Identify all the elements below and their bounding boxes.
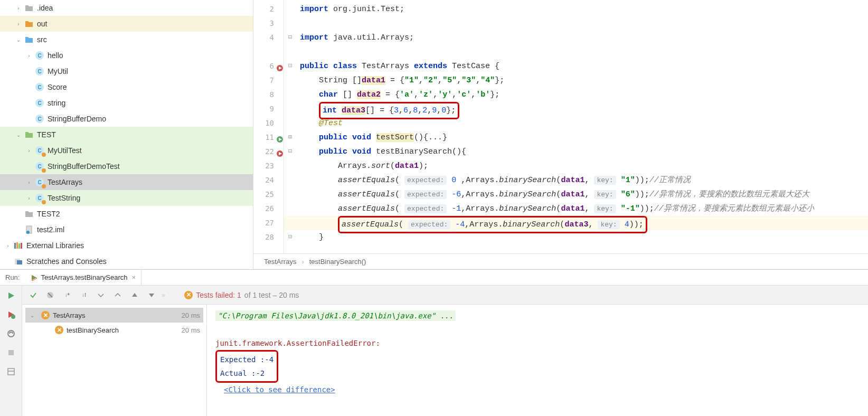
fold-icon[interactable]: ⊞	[288, 130, 292, 145]
code-line[interactable]: assertEquals( expected: -1,Arrays.binary…	[284, 202, 868, 216]
collapse-all-button[interactable]	[111, 288, 125, 302]
gutter-line[interactable]: 9	[253, 102, 284, 116]
tree-item-teststring[interactable]: ›CTestString	[0, 190, 253, 206]
chevron-right-icon[interactable]: ›	[25, 147, 33, 154]
fold-icon[interactable]: ⊟	[288, 230, 292, 244]
chevron-right-icon[interactable]: ›	[25, 52, 33, 59]
sort-duration-button[interactable]: ↓⁝	[77, 288, 91, 302]
tree-item-label: External Libraries	[26, 241, 84, 250]
chevron-down-icon[interactable]: ⌄	[29, 311, 36, 319]
rerun-button[interactable]	[5, 290, 17, 301]
toggle-auto-button[interactable]	[5, 328, 17, 339]
test-fail-icon: ✕	[55, 326, 63, 334]
gutter-line[interactable]	[253, 45, 284, 59]
run-fail-icon[interactable]	[276, 62, 284, 70]
tree-item-hello[interactable]: ›Chello	[0, 48, 253, 63]
chevron-right-icon[interactable]: ›	[15, 20, 22, 27]
fold-icon[interactable]: ⊟	[288, 31, 292, 45]
show-ignored-button[interactable]	[43, 288, 57, 302]
chevron-right-icon[interactable]: ›	[4, 242, 12, 249]
tree-item-test2[interactable]: TEST2	[0, 206, 253, 222]
code-line[interactable]: assertEquals( expected: -4,Arrays.binary…	[284, 216, 868, 230]
gutter-line[interactable]: 11	[253, 130, 284, 145]
code-line[interactable]	[284, 45, 868, 59]
code-line[interactable]: ⊞ public void testSort(){...}	[284, 130, 868, 145]
chevron-down-icon[interactable]: ⌄	[15, 36, 22, 43]
tree-item-scratches-and-consoles[interactable]: Scratches and Consoles	[0, 253, 253, 269]
tree-item-out[interactable]: ›out	[0, 16, 253, 32]
console-output[interactable]: "C:\Program Files\Java\jdk1.8.0_201\bin\…	[207, 305, 868, 416]
code-line[interactable]: ⊟import java.util.Arrays;	[284, 31, 868, 45]
code-line[interactable]: ⊟ public void testBinarySearch(){	[284, 145, 868, 159]
sort-alpha-button[interactable]: ↓ª	[60, 288, 74, 302]
tree-item-string[interactable]: Cstring	[0, 95, 253, 111]
tree-item-test2-iml[interactable]: test2.iml	[0, 222, 253, 238]
run-config-icon	[30, 274, 37, 281]
fold-icon[interactable]: ⊟	[288, 59, 292, 73]
gutter-line[interactable]: 10	[253, 116, 284, 130]
next-fail-button[interactable]	[145, 288, 158, 302]
chevron-right-icon[interactable]: ›	[15, 4, 22, 12]
breadcrumb[interactable]: TestArrays › testBinarySearch()	[253, 253, 868, 269]
gutter-line[interactable]: 28	[253, 230, 284, 244]
gutter-line[interactable]: 27	[253, 216, 284, 230]
tree-item-src[interactable]: ⌄src	[0, 32, 253, 48]
close-icon[interactable]: ×	[131, 273, 136, 281]
chevron-down-icon[interactable]: ⌄	[15, 131, 22, 138]
chevron-right-icon[interactable]: ›	[25, 178, 33, 186]
tree-item-test[interactable]: ⌄TEST	[0, 127, 253, 143]
gutter-line[interactable]: 24	[253, 173, 284, 187]
test-tree[interactable]: ⌄✕TestArrays20 ms✕testBinarySearch20 ms	[22, 305, 207, 416]
gutter-line[interactable]: 3	[253, 16, 284, 31]
run-tab[interactable]: TestArrays.testBinarySearch ×	[25, 270, 141, 285]
gutter-line[interactable]: 8	[253, 88, 284, 102]
run-pass-icon[interactable]	[276, 134, 284, 141]
gutter-line[interactable]: 23	[253, 159, 284, 173]
tree-item-score[interactable]: CScore	[0, 79, 253, 95]
tree-item--idea[interactable]: ›.idea	[0, 0, 253, 16]
code-line[interactable]: assertEquals( expected: 0 ,Arrays.binary…	[284, 173, 868, 187]
tree-item-myutil[interactable]: CMyUtil	[0, 63, 253, 79]
run-fail-icon[interactable]	[276, 148, 284, 155]
project-tree[interactable]: ›.idea›out⌄src›ChelloCMyUtilCScoreCstrin…	[0, 0, 253, 269]
code-line[interactable]: import org.junit.Test;	[284, 2, 868, 16]
prev-fail-button[interactable]	[128, 288, 141, 302]
show-passed-button[interactable]	[26, 288, 40, 302]
tree-item-myutiltest[interactable]: ›CMyUtilTest	[0, 143, 253, 158]
gutter-line[interactable]: 4	[253, 31, 284, 45]
rerun-failed-button[interactable]	[5, 309, 17, 320]
tree-item-stringbufferdemo[interactable]: CStringBufferDemo	[0, 111, 253, 127]
stop-button[interactable]	[5, 347, 17, 358]
code-line[interactable]: assertEquals( expected: -6,Arrays.binary…	[284, 187, 868, 202]
breadcrumb-class[interactable]: TestArrays	[264, 258, 296, 266]
breadcrumb-method[interactable]: testBinarySearch()	[309, 258, 366, 266]
gutter-line[interactable]: 22	[253, 145, 284, 159]
code-line[interactable]: int data3[] = {3,6,8,2,9,0};	[284, 102, 868, 116]
svg-marker-25	[132, 293, 137, 297]
diff-link[interactable]: <Click to see difference>	[224, 385, 335, 394]
tree-item-label: test2.iml	[37, 225, 64, 234]
gutter-line[interactable]: 7	[253, 73, 284, 88]
code-line[interactable]: ⊟public class TestArrays extends TestCas…	[284, 59, 868, 73]
layout-button[interactable]	[5, 366, 17, 377]
code-line[interactable]: String []data1 = {"1","2","5","3","4"};	[284, 73, 868, 88]
code-line[interactable]: Arrays.sort(data1);	[284, 159, 868, 173]
tree-item-stringbufferdemotest[interactable]: CStringBufferDemoTest	[0, 158, 253, 174]
gutter-line[interactable]: 6	[253, 59, 284, 73]
tree-item-testarrays[interactable]: ›CTestArrays	[0, 174, 253, 190]
run-panel: Run: TestArrays.testBinarySearch × ↓ª	[0, 269, 868, 416]
fold-icon[interactable]: ⊟	[288, 145, 292, 159]
test-class-row[interactable]: ⌄✕TestArrays20 ms	[25, 308, 203, 323]
gutter-line[interactable]: 26	[253, 202, 284, 216]
gutter-line[interactable]: 25	[253, 187, 284, 202]
gutter-line[interactable]: 2	[253, 2, 284, 16]
gutter: 2346789101122232425262728	[253, 0, 284, 253]
expand-all-button[interactable]	[94, 288, 108, 302]
chevron-none-icon	[15, 226, 22, 233]
code-line[interactable]: char [] data2 = {'a','z','y','c','b'};	[284, 88, 868, 102]
test-method-row[interactable]: ✕testBinarySearch20 ms	[25, 323, 203, 337]
tree-item-external-libraries[interactable]: ›External Libraries	[0, 238, 253, 253]
code-body[interactable]: import org.junit.Test;⊟import java.util.…	[284, 0, 868, 253]
code-line[interactable]	[284, 16, 868, 31]
chevron-right-icon[interactable]: ›	[25, 194, 33, 202]
